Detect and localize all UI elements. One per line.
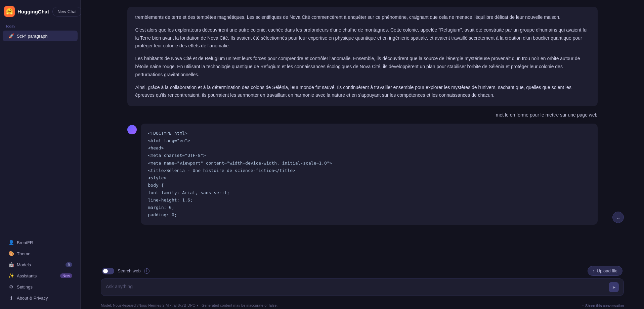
input-area: Search web i ↑ Upload file ➤ xyxy=(81,263,644,301)
ai-paragraph-1: tremblements de terre et des tempêtes ma… xyxy=(135,13,590,21)
chat-container: tremblements de terre et des tempêtes ma… xyxy=(81,0,644,259)
models-label: Models xyxy=(17,262,31,267)
share-icon: ↑ xyxy=(582,304,584,308)
about-icon: ℹ xyxy=(8,295,14,301)
model-name[interactable]: NousResearch/Nous-Hermes-2-Mixtral-8x7B-… xyxy=(113,303,196,307)
chat-input-wrapper: ➤ xyxy=(101,278,624,296)
main-panel: tremblements de terre et des tempêtes ma… xyxy=(81,0,644,309)
about-label: About & Privacy xyxy=(17,296,48,301)
sidebar-item-models[interactable]: 🤖 Models 9 xyxy=(3,259,78,270)
sidebar-item-breatfr[interactable]: 👤 BreatFR xyxy=(3,237,78,248)
ai-message-1: tremblements de terre et des tempêtes ma… xyxy=(127,7,598,106)
input-toolbar: Search web i ↑ Upload file xyxy=(101,266,624,276)
search-web-toggle[interactable] xyxy=(102,268,114,274)
code-block: <!DOCTYPE html> <html lang="en"> <head> … xyxy=(141,124,598,225)
model-info: Model: NousResearch/Nous-Hermes-2-Mixtra… xyxy=(101,303,277,308)
chat-input[interactable] xyxy=(106,283,609,291)
share-label: Share this conversation xyxy=(585,304,624,308)
rocket-icon: 🚀 xyxy=(8,33,14,39)
generated-notice: · Generated content may be inaccurate or… xyxy=(200,303,277,307)
theme-label: Theme xyxy=(17,251,30,256)
sidebar-item-about[interactable]: ℹ About & Privacy xyxy=(3,293,78,303)
user-icon: 👤 xyxy=(8,240,14,245)
upload-file-button[interactable]: ↑ Upload file xyxy=(588,266,622,276)
footer-info: Model: NousResearch/Nous-Hermes-2-Mixtra… xyxy=(81,301,644,309)
search-web-label: Search web xyxy=(118,268,141,273)
sidebar-item-settings[interactable]: ⚙ Settings xyxy=(3,281,78,292)
ai-avatar xyxy=(127,125,137,134)
share-button[interactable]: ↑ Share this conversation xyxy=(582,304,624,308)
sidebar-item-label: Sci-fi paragraph xyxy=(17,34,48,39)
send-icon: ➤ xyxy=(612,285,616,290)
logo-area: 🤗 HuggingChat xyxy=(4,6,49,17)
sidebar: 🤗 HuggingChat New Chat Today 🚀 Sci-fi pa… xyxy=(0,0,81,309)
code-content: <!DOCTYPE html> <html lang="en"> <head> … xyxy=(148,130,590,219)
app-logo-icon: 🤗 xyxy=(4,6,15,17)
models-icon: 🤖 xyxy=(8,262,14,267)
app-name: HuggingChat xyxy=(17,9,49,14)
today-label: Today xyxy=(0,22,80,30)
settings-label: Settings xyxy=(17,284,33,290)
upload-arrow-icon: ↑ xyxy=(593,268,595,273)
sidebar-bottom: 👤 BreatFR 🎨 Theme 🤖 Models 9 ✨ Assistant… xyxy=(0,234,80,305)
sidebar-item-assistants[interactable]: ✨ Assistants New xyxy=(3,270,78,281)
assistants-icon: ✨ xyxy=(8,273,14,278)
models-badge: 9 xyxy=(66,262,72,267)
model-label: Model: xyxy=(101,303,112,307)
breatfr-label: BreatFR xyxy=(17,240,33,245)
user-message-row: met le en forme pour le mettre sur une p… xyxy=(127,110,598,120)
toggle-slider xyxy=(102,268,114,274)
new-chat-button[interactable]: New Chat xyxy=(52,7,82,16)
upload-label: Upload file xyxy=(597,268,617,273)
assistants-label: Assistants xyxy=(17,273,37,278)
sidebar-header: 🤗 HuggingChat New Chat xyxy=(0,4,80,22)
assistants-badge: New xyxy=(60,273,72,278)
scroll-down-button[interactable]: ⌄ xyxy=(612,212,624,223)
ai-paragraph-2: C'est alors que les explorateurs découvr… xyxy=(135,26,590,50)
ai-code-message: <!DOCTYPE html> <html lang="en"> <head> … xyxy=(127,124,598,225)
settings-icon: ⚙ xyxy=(8,284,14,290)
sidebar-item-theme[interactable]: 🎨 Theme xyxy=(3,248,78,259)
model-arrow[interactable]: ▾ xyxy=(197,303,199,307)
user-message: met le en forme pour le mettre sur une p… xyxy=(496,110,598,120)
theme-icon: 🎨 xyxy=(8,251,14,256)
search-web-info-icon[interactable]: i xyxy=(144,268,149,274)
ai-paragraph-3: Les habitants de Nova Cité et de Refugiu… xyxy=(135,55,590,79)
ai-paragraph-4: Ainsi, grâce à la collaboration et à la … xyxy=(135,84,590,100)
sidebar-item-current-chat[interactable]: 🚀 Sci-fi paragraph xyxy=(3,31,78,41)
send-button[interactable]: ➤ xyxy=(609,282,619,292)
message-block: tremblements de terre et des tempêtes ma… xyxy=(127,7,598,225)
